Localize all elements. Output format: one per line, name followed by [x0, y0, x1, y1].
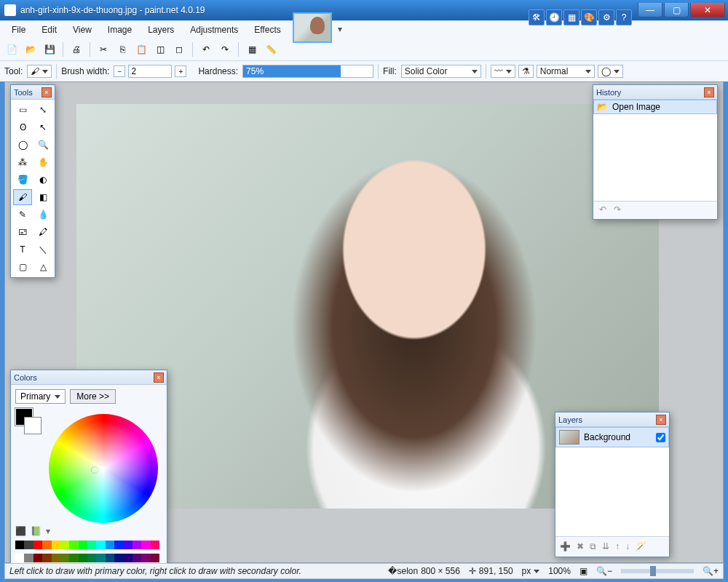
menu-view[interactable]: View	[66, 23, 99, 37]
color-swatches[interactable]	[15, 408, 46, 436]
layers-panel-header[interactable]: Layers ×	[555, 412, 669, 427]
maximize-button[interactable]: ▢	[664, 3, 689, 17]
undo-icon[interactable]: ↶	[199, 42, 213, 57]
print-icon[interactable]: 🖨	[69, 42, 84, 57]
colors-more-button[interactable]: More >>	[70, 389, 116, 404]
zoom-tool[interactable]: 🔍	[33, 137, 52, 153]
colors-toggle-icon[interactable]: 🎨	[581, 9, 597, 25]
rect-select-tool[interactable]: ▭	[13, 102, 32, 118]
zoom-slider[interactable]	[621, 569, 694, 573]
palette-row-2[interactable]	[15, 554, 159, 562]
layer-properties-icon[interactable]: 🪄	[636, 541, 646, 551]
zoom-in-icon[interactable]: 🔍+	[703, 566, 719, 576]
brush-width-input[interactable]	[128, 65, 172, 78]
gradient-tool[interactable]: ◐	[33, 172, 52, 188]
menu-image[interactable]: Image	[100, 23, 139, 37]
history-panel[interactable]: History × 📂 Open Image ↶ ↷	[593, 84, 718, 220]
duplicate-layer-icon[interactable]: ⧉	[590, 541, 596, 551]
layers-panel[interactable]: Layers × Background ➕ ✖ ⧉ ⇊ ↑ ↓ 🪄	[555, 412, 670, 557]
colors-panel-close-icon[interactable]: ×	[154, 372, 164, 383]
ellipse-select-tool[interactable]: ◯	[13, 137, 32, 153]
color-target-select[interactable]: Primary	[15, 389, 66, 404]
grid-icon[interactable]: ▦	[245, 42, 259, 57]
status-unit-select[interactable]: px	[522, 566, 540, 576]
layer-visible-checkbox[interactable]	[656, 433, 665, 442]
history-panel-close-icon[interactable]: ×	[704, 87, 714, 97]
tools-panel-close-icon[interactable]: ×	[41, 87, 52, 97]
open-icon[interactable]: 📂	[23, 42, 38, 57]
lasso-tool[interactable]: ʘ	[13, 119, 32, 135]
history-redo-icon[interactable]: ↷	[614, 204, 621, 215]
line-tool[interactable]: ＼	[33, 242, 52, 258]
add-layer-icon[interactable]: ➕	[560, 541, 571, 551]
document-thumb[interactable]	[293, 12, 332, 43]
layers-panel-close-icon[interactable]: ×	[656, 415, 666, 425]
save-icon[interactable]: 💾	[42, 42, 57, 57]
move-up-icon[interactable]: ↑	[615, 541, 620, 551]
close-button[interactable]: ✕	[690, 3, 725, 17]
menu-file[interactable]: File	[4, 23, 33, 37]
freeform-shape-tool[interactable]: △	[33, 259, 52, 275]
color-wheel-cursor[interactable]	[91, 466, 98, 474]
merge-layer-icon[interactable]: ⇊	[602, 541, 609, 551]
tools-panel-header[interactable]: Tools ×	[11, 85, 55, 100]
color-picker-tool[interactable]: 💧	[33, 207, 52, 223]
menu-adjustments[interactable]: Adjustments	[183, 23, 245, 37]
move-tool[interactable]: ↖	[33, 119, 52, 135]
palette-row-1[interactable]	[15, 541, 159, 549]
color-wheel[interactable]	[49, 414, 158, 523]
pencil-tool[interactable]: ✎	[13, 207, 32, 223]
fill-select[interactable]: Solid Color	[401, 65, 481, 78]
palette-menu-icon[interactable]: ▾	[46, 526, 50, 536]
history-toggle-icon[interactable]: 🕘	[546, 9, 562, 25]
brush-decrement[interactable]: −	[114, 65, 125, 77]
blend-beaker-icon[interactable]: ⚗	[518, 65, 534, 78]
tools-toggle-icon[interactable]: 🛠	[529, 9, 545, 25]
paintbrush-tool[interactable]: 🖌	[13, 189, 32, 205]
settings-icon[interactable]: ⚙	[598, 9, 614, 25]
layer-item[interactable]: Background	[555, 427, 669, 447]
colors-panel-header[interactable]: Colors ×	[11, 370, 167, 385]
eraser-tool[interactable]: ◧	[33, 189, 52, 205]
copy-icon[interactable]: ⎘	[115, 42, 130, 57]
menu-effects[interactable]: Effects	[247, 23, 288, 37]
tools-panel[interactable]: Tools × ▭ ⤡ ʘ ↖ ◯ 🔍 ⁂ ✋ 🪣 ◐ 🖌 ◧ ✎ 💧 🖃 🖍 …	[10, 84, 55, 278]
rectangle-shape-tool[interactable]: ▢	[13, 259, 32, 275]
brush-increment[interactable]: +	[175, 65, 186, 77]
clone-tool[interactable]: 🖃	[13, 224, 32, 240]
move-selection-tool[interactable]: ⤡	[33, 102, 52, 118]
magic-wand-tool[interactable]: ⁂	[13, 154, 32, 170]
delete-layer-icon[interactable]: ✖	[577, 541, 584, 551]
cut-icon[interactable]: ✂	[96, 42, 111, 57]
text-tool[interactable]: T	[13, 242, 32, 258]
move-down-icon[interactable]: ↓	[625, 541, 630, 551]
menu-layers[interactable]: Layers	[141, 23, 181, 37]
paste-icon[interactable]: 📋	[134, 42, 149, 57]
new-icon[interactable]: 📄	[4, 42, 19, 57]
crop-icon[interactable]: ◫	[153, 42, 167, 57]
paint-bucket-tool[interactable]: 🪣	[13, 172, 32, 188]
help-icon[interactable]: ?	[616, 9, 632, 25]
redo-icon[interactable]: ↷	[218, 42, 232, 57]
antialias-toggle[interactable]: 〰	[491, 65, 515, 78]
layers-toggle-icon[interactable]: ▦	[563, 9, 579, 25]
deselect-icon[interactable]: ◻	[172, 42, 186, 57]
selection-mode-icon[interactable]: ◯	[598, 65, 623, 78]
blend-mode-select[interactable]: Normal	[537, 65, 595, 78]
colors-panel[interactable]: Colors × Primary More >> ⬛ 📗 ▾	[10, 370, 167, 565]
fit-window-icon[interactable]: ▣	[579, 566, 587, 576]
tool-selector[interactable]: 🖌	[27, 65, 52, 78]
thumb-overflow-icon[interactable]: ▾	[338, 24, 345, 31]
history-panel-header[interactable]: History ×	[593, 85, 717, 100]
hardness-slider[interactable]: 75%	[242, 65, 373, 78]
pan-tool[interactable]: ✋	[33, 154, 52, 170]
minimize-button[interactable]: —	[638, 3, 662, 17]
menu-edit[interactable]: Edit	[34, 23, 64, 37]
recolor-tool[interactable]: 🖍	[33, 224, 52, 240]
add-swatch-icon[interactable]: 📗	[31, 526, 41, 536]
secondary-color-swatch[interactable]	[24, 417, 41, 434]
swap-colors-icon[interactable]: ⬛	[15, 526, 26, 536]
zoom-out-icon[interactable]: 🔍−	[596, 566, 612, 576]
history-item[interactable]: 📂 Open Image	[593, 100, 717, 114]
history-undo-icon[interactable]: ↶	[599, 204, 606, 215]
